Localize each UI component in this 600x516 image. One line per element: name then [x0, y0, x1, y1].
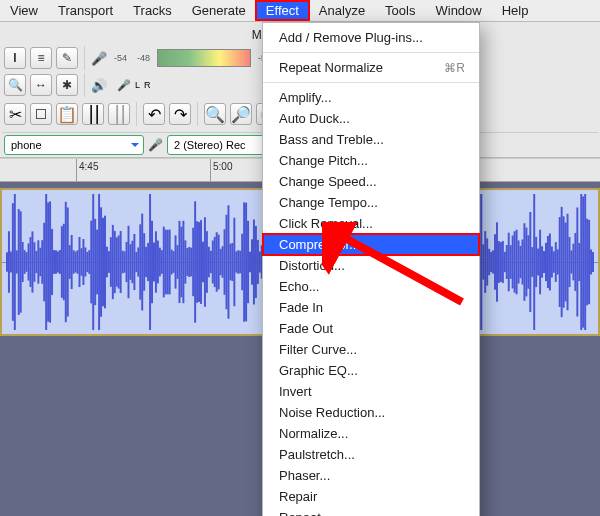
tool-draw[interactable]: ✎: [56, 47, 78, 69]
svg-rect-43: [90, 221, 92, 304]
zoom-in-button[interactable]: 🔍: [204, 103, 226, 125]
undo-button[interactable]: ↶: [143, 103, 165, 125]
svg-rect-81: [165, 230, 167, 295]
paste-button[interactable]: 📋: [56, 103, 78, 125]
menu-item-label: Normalize...: [279, 426, 348, 441]
menu-transport[interactable]: Transport: [48, 1, 123, 20]
menu-item-label: Click Removal...: [279, 216, 373, 231]
svg-rect-23: [51, 229, 53, 295]
svg-rect-34: [73, 250, 75, 273]
menu-item-click-removal[interactable]: Click Removal...: [263, 213, 479, 234]
svg-rect-95: [192, 228, 194, 296]
svg-rect-118: [237, 250, 239, 274]
redo-button[interactable]: ↷: [169, 103, 191, 125]
svg-rect-281: [557, 249, 559, 274]
svg-rect-102: [206, 231, 208, 293]
svg-rect-35: [75, 252, 77, 273]
menu-item-graphic-eq[interactable]: Graphic EQ...: [263, 360, 479, 381]
svg-rect-25: [55, 250, 57, 273]
svg-rect-258: [512, 236, 514, 289]
svg-rect-298: [590, 249, 592, 274]
menu-item-normalize[interactable]: Normalize...: [263, 423, 479, 444]
menu-item-bass-and-treble[interactable]: Bass and Treble...: [263, 129, 479, 150]
svg-rect-89: [180, 227, 182, 297]
silence-button[interactable]: ⎮⎮: [108, 103, 130, 125]
menu-item-auto-duck[interactable]: Auto Duck...: [263, 108, 479, 129]
svg-rect-270: [535, 237, 537, 287]
menu-item-distortion[interactable]: Distortion...: [263, 255, 479, 276]
menu-item-echo[interactable]: Echo...: [263, 276, 479, 297]
menu-tools[interactable]: Tools: [375, 1, 425, 20]
svg-rect-126: [253, 220, 255, 305]
menu-help[interactable]: Help: [492, 1, 539, 20]
copy-icon: [36, 109, 46, 119]
svg-rect-51: [106, 247, 108, 278]
menu-item-repeat-last[interactable]: Repeat Normalize ⌘R: [263, 57, 479, 78]
menu-item-fade-out[interactable]: Fade Out: [263, 318, 479, 339]
svg-rect-79: [161, 250, 163, 274]
menu-window[interactable]: Window: [425, 1, 491, 20]
tool-selection[interactable]: I: [4, 47, 26, 69]
svg-rect-128: [257, 240, 259, 284]
svg-rect-59: [122, 251, 124, 274]
tool-zoom[interactable]: 🔍: [4, 74, 26, 96]
menu-item-fade-in[interactable]: Fade In: [263, 297, 479, 318]
cut-button[interactable]: ✂: [4, 103, 26, 125]
zoom-out-button[interactable]: 🔎: [230, 103, 252, 125]
svg-rect-284: [563, 216, 565, 307]
svg-rect-60: [124, 251, 126, 272]
menu-item-filter-curve[interactable]: Filter Curve...: [263, 339, 479, 360]
svg-rect-73: [149, 194, 151, 330]
svg-rect-10: [26, 252, 28, 272]
menu-item-paulstretch[interactable]: Paulstretch...: [263, 444, 479, 465]
svg-rect-31: [67, 207, 69, 316]
output-device-combo[interactable]: phone: [4, 135, 144, 155]
svg-rect-103: [208, 247, 210, 278]
toolbar-separator: [84, 73, 85, 97]
svg-rect-5: [16, 250, 18, 273]
channels-combo[interactable]: 2 (Stereo) Rec: [167, 135, 277, 155]
undo-icon: ↶: [148, 105, 161, 124]
svg-rect-92: [186, 248, 188, 276]
menu-view[interactable]: View: [0, 1, 48, 20]
menu-item-noise-reduction[interactable]: Noise Reduction...: [263, 402, 479, 423]
svg-rect-267: [529, 212, 531, 312]
menu-item-repair[interactable]: Repair: [263, 486, 479, 507]
svg-rect-21: [47, 202, 49, 321]
menu-item-change-pitch[interactable]: Change Pitch...: [263, 150, 479, 171]
svg-rect-264: [523, 223, 525, 301]
svg-rect-24: [53, 250, 55, 274]
svg-rect-251: [498, 241, 500, 283]
svg-rect-282: [559, 217, 561, 307]
recording-meter[interactable]: [157, 49, 251, 67]
svg-rect-127: [255, 226, 257, 298]
menu-item-label: Fade In: [279, 300, 323, 315]
toolbar-separator: [197, 102, 198, 126]
menu-analyze[interactable]: Analyze: [309, 1, 375, 20]
output-device-value: phone: [11, 139, 42, 151]
svg-rect-269: [533, 194, 535, 330]
tool-multi[interactable]: ✱: [56, 74, 78, 96]
tool-envelope[interactable]: ≡: [30, 47, 52, 69]
svg-rect-100: [202, 242, 204, 283]
copy-button[interactable]: [30, 103, 52, 125]
trim-button[interactable]: ⎮⎮: [82, 103, 104, 125]
menu-item-phaser[interactable]: Phaser...: [263, 465, 479, 486]
svg-rect-44: [92, 194, 94, 330]
menu-item-invert[interactable]: Invert: [263, 381, 479, 402]
menu-effect[interactable]: Effect: [256, 1, 309, 20]
menu-generate[interactable]: Generate: [182, 1, 256, 20]
svg-rect-106: [214, 237, 216, 287]
svg-rect-268: [531, 247, 533, 277]
tool-timeshift[interactable]: ↔: [30, 74, 52, 96]
menu-item-change-speed[interactable]: Change Speed...: [263, 171, 479, 192]
trim-icon: ⎮⎮: [87, 105, 99, 124]
svg-rect-39: [82, 239, 84, 285]
menu-item-change-tempo[interactable]: Change Tempo...: [263, 192, 479, 213]
menu-item-amplify[interactable]: Amplify...: [263, 87, 479, 108]
menu-item-add-remove-plugins[interactable]: Add / Remove Plug-ins...: [263, 27, 479, 48]
svg-rect-11: [28, 243, 30, 280]
menu-item-repeat[interactable]: Repeat...: [263, 507, 479, 516]
menu-tracks[interactable]: Tracks: [123, 1, 182, 20]
menu-item-compressor[interactable]: Compressor...: [263, 234, 479, 255]
